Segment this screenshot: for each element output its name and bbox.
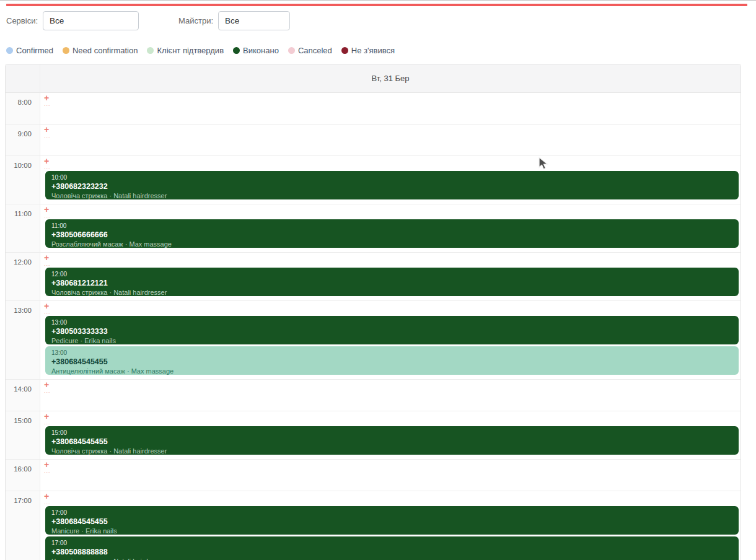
cell-actions: +... xyxy=(44,156,739,171)
day-cell[interactable]: +... xyxy=(40,380,741,411)
event-time: 17:00 xyxy=(51,509,732,517)
more-options-button[interactable]: ... xyxy=(44,165,53,170)
more-options-button[interactable]: ... xyxy=(44,500,53,505)
event-time: 13:00 xyxy=(51,349,732,357)
event-client-phone: +380503333333 xyxy=(51,326,732,336)
event-client-phone: +380684545455 xyxy=(51,517,732,527)
more-options-button[interactable]: ... xyxy=(44,388,53,393)
day-cell[interactable]: +...13:00+380503333333Pedicure · Erika n… xyxy=(40,301,741,379)
time-slot-label: 9:00 xyxy=(6,125,40,155)
day-cell[interactable]: +...10:00+380682323232Чоловіча стрижка ·… xyxy=(40,156,741,204)
booking-event[interactable]: 15:00+380684545455Чоловіча стрижка · Nat… xyxy=(45,426,739,455)
day-cell[interactable]: +...17:00+380684545455Manicure · Erika n… xyxy=(40,491,741,560)
calendar-row: 14:00+... xyxy=(6,380,741,411)
calendar-row: 17:00+...17:00+380684545455Manicure · Er… xyxy=(6,491,741,560)
day-cell[interactable]: +... xyxy=(40,460,741,491)
calendar-row: 16:00+... xyxy=(6,460,741,491)
event-service-master: Чоловіча стрижка · Natali hairdresser xyxy=(51,557,732,560)
event-client-phone: +380508888888 xyxy=(51,547,732,557)
event-client-phone: +380506666666 xyxy=(51,230,732,240)
calendar-row: 9:00+... xyxy=(6,125,741,156)
event-service-master: Pedicure · Erika nails xyxy=(51,336,732,344)
status-dot-icon xyxy=(341,47,348,54)
calendar-row: 15:00+...15:00+380684545455Чоловіча стри… xyxy=(6,411,741,460)
more-options-button[interactable]: ... xyxy=(44,133,53,138)
time-slot-label: 15:00 xyxy=(6,411,40,459)
time-slot-label: 12:00 xyxy=(6,253,40,300)
legend-item: Клієнт підтвердив xyxy=(147,46,224,55)
more-options-button[interactable]: ... xyxy=(44,420,53,425)
cell-actions: +... xyxy=(44,411,739,426)
time-slot-label: 13:00 xyxy=(6,301,40,379)
booking-event[interactable]: 17:00+380508888888Чоловіча стрижка · Nat… xyxy=(45,536,739,560)
time-slot-label: 11:00 xyxy=(6,204,40,252)
more-options-button[interactable]: ... xyxy=(44,102,53,107)
status-dot-icon xyxy=(63,47,69,54)
legend-item: Не з'явився xyxy=(341,46,395,55)
day-column-header: Вт, 31 Бер xyxy=(40,64,741,92)
event-time: 10:00 xyxy=(51,173,732,182)
legend-item: Canceled xyxy=(288,46,332,55)
legend-item-label: Canceled xyxy=(298,46,332,55)
services-filter-label: Сервіси: xyxy=(6,16,38,25)
calendar-row: 12:00+...12:00+380681212121Чоловіча стри… xyxy=(6,253,741,301)
masters-filter-input[interactable] xyxy=(218,11,290,30)
masters-filter-label: Майстри: xyxy=(178,16,213,25)
legend-item-label: Клієнт підтвердив xyxy=(157,46,224,55)
time-slot-label: 10:00 xyxy=(6,156,40,204)
event-service-master: Manicure · Erika nails xyxy=(51,527,732,535)
booking-event[interactable]: 13:00+380684545455Антицелюлітний масаж ·… xyxy=(45,346,739,375)
event-service-master: Чоловіча стрижка · Natali hairdresser xyxy=(51,288,732,296)
cell-actions: +... xyxy=(44,301,739,316)
calendar-row: 11:00+...11:00+380506666666Розслабляючий… xyxy=(6,204,741,253)
event-time: 17:00 xyxy=(51,539,732,547)
time-slot-label: 8:00 xyxy=(6,93,40,124)
event-time: 11:00 xyxy=(51,222,732,230)
day-cell[interactable]: +...15:00+380684545455Чоловіча стрижка ·… xyxy=(40,411,741,459)
event-client-phone: +380682323232 xyxy=(51,182,732,191)
status-dot-icon xyxy=(6,47,13,54)
filters-bar: Сервіси: Майстри: xyxy=(6,11,290,30)
more-options-button[interactable]: ... xyxy=(44,310,53,315)
day-cell[interactable]: +... xyxy=(40,93,741,124)
time-column-spacer xyxy=(6,64,40,92)
booking-event[interactable]: 11:00+380506666666Розслабляючий масаж · … xyxy=(45,219,739,248)
booking-event[interactable]: 13:00+380503333333Pedicure · Erika nails xyxy=(45,316,739,344)
event-time: 12:00 xyxy=(51,270,732,278)
calendar-row: 13:00+...13:00+380503333333Pedicure · Er… xyxy=(6,301,741,380)
day-cell[interactable]: +... xyxy=(40,125,741,155)
time-slot-label: 14:00 xyxy=(6,380,40,411)
cell-actions: +... xyxy=(44,93,739,108)
more-options-button[interactable]: ... xyxy=(44,261,53,266)
calendar-body: 8:00+...9:00+...10:00+...10:00+380682323… xyxy=(6,93,741,560)
more-options-button[interactable]: ... xyxy=(44,213,53,218)
calendar-header-row: Вт, 31 Бер xyxy=(6,64,741,93)
cell-actions: +... xyxy=(44,204,739,219)
legend-item-label: Виконано xyxy=(243,46,279,55)
legend-item-label: Confirmed xyxy=(16,46,53,55)
cell-actions: +... xyxy=(44,253,739,268)
cell-actions: +... xyxy=(44,460,739,475)
more-options-button[interactable]: ... xyxy=(44,468,53,473)
booking-event[interactable]: 10:00+380682323232Чоловіча стрижка · Nat… xyxy=(45,171,739,199)
event-service-master: Чоловіча стрижка · Natali hairdresser xyxy=(51,191,732,199)
status-dot-icon xyxy=(288,47,295,54)
status-legend: ConfirmedNeed confirmationКлієнт підтвер… xyxy=(6,46,395,55)
booking-event[interactable]: 12:00+380681212121Чоловіча стрижка · Nat… xyxy=(45,268,739,296)
event-service-master: Розслабляючий масаж · Max massage xyxy=(51,240,732,248)
calendar-row: 10:00+...10:00+380682323232Чоловіча стри… xyxy=(6,156,741,204)
event-client-phone: +380684545455 xyxy=(51,437,732,447)
cell-actions: +... xyxy=(44,491,739,506)
day-cell[interactable]: +...12:00+380681212121Чоловіча стрижка ·… xyxy=(40,253,741,300)
day-cell[interactable]: +...11:00+380506666666Розслабляючий маса… xyxy=(40,204,741,252)
window-top-border xyxy=(0,0,756,1)
legend-item-label: Не з'явився xyxy=(351,46,395,55)
event-time: 15:00 xyxy=(51,429,732,437)
legend-item-label: Need confirmation xyxy=(73,46,138,55)
booking-event[interactable]: 17:00+380684545455Manicure · Erika nails xyxy=(45,506,739,535)
services-filter-input[interactable] xyxy=(43,11,139,30)
status-dot-icon xyxy=(233,47,240,54)
event-client-phone: +380681212121 xyxy=(51,278,732,288)
calendar-row: 8:00+... xyxy=(6,93,741,125)
legend-item: Need confirmation xyxy=(63,46,138,55)
